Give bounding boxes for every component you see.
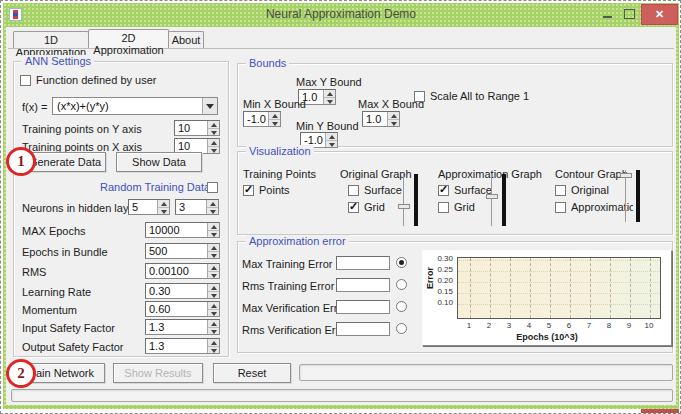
stepper-buttons[interactable] (207, 121, 219, 135)
stepper-buttons[interactable] (325, 133, 337, 147)
max-training-error-field[interactable] (336, 256, 390, 270)
stepper-down-icon[interactable] (158, 207, 169, 214)
stepper-buttons[interactable] (323, 90, 335, 104)
slider-thumb[interactable] (620, 173, 632, 178)
neurons-layer2-stepper[interactable]: 3 (175, 199, 219, 215)
generate-data-button[interactable]: Generate Data (24, 152, 106, 172)
max-x-bound-stepper[interactable]: 1.0 (362, 111, 400, 127)
stepper-down-icon[interactable] (208, 230, 219, 237)
close-button[interactable]: ✕ (641, 4, 678, 25)
slider-thumb[interactable] (398, 204, 410, 209)
rms-training-error-radio[interactable] (396, 279, 407, 290)
stepper-buttons[interactable] (157, 200, 169, 214)
scale-all-checkbox[interactable] (414, 91, 425, 102)
stepper-buttons[interactable] (268, 112, 280, 126)
original-surface-checkbox[interactable] (348, 185, 359, 196)
stepper-down-icon[interactable] (269, 119, 280, 126)
stepper-up-icon[interactable] (207, 200, 218, 207)
stepper-down-icon[interactable] (208, 251, 219, 258)
stepper-buttons[interactable] (207, 139, 219, 153)
minimize-button[interactable] (597, 3, 617, 25)
min-x-bound-stepper[interactable]: -1.0 (243, 111, 281, 127)
title-bar[interactable]: Neural Approximation Demo ✕ (3, 3, 679, 26)
stepper-up-icon[interactable] (208, 264, 219, 271)
stepper-buttons[interactable] (207, 223, 219, 237)
stepper-up-icon[interactable] (208, 139, 219, 146)
stepper-down-icon[interactable] (207, 207, 218, 214)
random-training-data-checkbox[interactable] (207, 182, 218, 193)
approximation-graph-slider[interactable] (486, 174, 508, 226)
tab-1d-approximation[interactable]: 1D Approximation (13, 31, 89, 48)
stepper-down-icon[interactable] (324, 97, 335, 104)
stepper-buttons[interactable] (207, 302, 219, 316)
approx-grid-checkbox[interactable] (438, 202, 449, 213)
contour-graph-slider[interactable] (620, 170, 642, 222)
stepper-down-icon[interactable] (208, 346, 219, 353)
rms-training-error-field[interactable] (336, 278, 390, 292)
x-tick-label: 10 (643, 321, 655, 330)
stepper-up-icon[interactable] (269, 112, 280, 119)
function-defined-checkbox[interactable] (20, 75, 31, 86)
stepper-down-icon[interactable] (388, 119, 399, 126)
stepper-up-icon[interactable] (208, 302, 219, 309)
stepper-up-icon[interactable] (158, 200, 169, 207)
learning-rate-stepper[interactable]: 0.30 (145, 283, 220, 299)
stepper-up-icon[interactable] (208, 244, 219, 251)
tab-about[interactable]: About (168, 31, 204, 48)
momentum-stepper[interactable]: 0.60 (145, 301, 220, 317)
function-combobox[interactable]: (x*x)+(y*y) (52, 97, 218, 115)
max-y-bound-label: Max Y Bound (296, 76, 362, 88)
slider-thumb[interactable] (486, 194, 498, 199)
tab-2d-approximation[interactable]: 2D Approximation (88, 29, 169, 48)
stepper-down-icon[interactable] (326, 140, 337, 147)
stepper-up-icon[interactable] (208, 320, 219, 327)
input-safety-stepper[interactable]: 1.3 (145, 319, 220, 335)
stepper-down-icon[interactable] (208, 309, 219, 316)
stepper-up-icon[interactable] (208, 284, 219, 291)
rms-verification-error-field[interactable] (336, 322, 390, 336)
stepper-down-icon[interactable] (208, 128, 219, 135)
stepper-up-icon[interactable] (208, 223, 219, 230)
rms-stepper[interactable]: 0.00100 (145, 263, 220, 279)
max-verification-error-field[interactable] (336, 300, 390, 314)
stepper-up-icon[interactable] (208, 339, 219, 346)
original-graph-slider[interactable] (398, 174, 420, 226)
vertical-gridline (470, 258, 471, 318)
stepper-buttons[interactable] (206, 200, 218, 214)
epochs-bundle-value: 500 (149, 245, 206, 257)
stepper-up-icon[interactable] (324, 90, 335, 97)
contour-approximation-checkbox[interactable] (555, 202, 566, 213)
stepper-up-icon[interactable] (326, 133, 337, 140)
stepper-down-icon[interactable] (208, 271, 219, 278)
max-verification-error-radio[interactable] (396, 301, 407, 312)
maximize-button[interactable] (619, 3, 639, 25)
points-checkbox[interactable] (243, 185, 254, 196)
stepper-up-icon[interactable] (388, 112, 399, 119)
training-points-y-stepper[interactable]: 10 (174, 120, 220, 136)
training-points-x-value: 10 (178, 140, 206, 152)
contour-original-checkbox[interactable] (555, 185, 566, 196)
original-grid-checkbox[interactable] (348, 202, 359, 213)
stepper-buttons[interactable] (207, 244, 219, 258)
stepper-down-icon[interactable] (208, 327, 219, 334)
stepper-up-icon[interactable] (208, 121, 219, 128)
stepper-buttons[interactable] (387, 112, 399, 126)
stepper-buttons[interactable] (207, 284, 219, 298)
show-data-button[interactable]: Show Data (116, 152, 202, 172)
rms-verification-error-radio[interactable] (396, 323, 407, 334)
combobox-dropdown-icon[interactable] (202, 98, 217, 114)
stepper-buttons[interactable] (207, 264, 219, 278)
show-results-button[interactable]: Show Results (113, 363, 203, 383)
output-safety-stepper[interactable]: 1.3 (145, 338, 220, 354)
max-epochs-stepper[interactable]: 10000 (145, 222, 220, 238)
reset-button[interactable]: Reset (213, 363, 291, 383)
stepper-down-icon[interactable] (208, 146, 219, 153)
epochs-bundle-stepper[interactable]: 500 (145, 243, 220, 259)
stepper-buttons[interactable] (207, 339, 219, 353)
approx-surface-checkbox[interactable] (438, 185, 449, 196)
stepper-down-icon[interactable] (208, 291, 219, 298)
stepper-buttons[interactable] (207, 320, 219, 334)
max-training-error-radio[interactable] (396, 257, 407, 268)
x-tick-label: 2 (483, 321, 495, 330)
neurons-layer1-stepper[interactable]: 5 (128, 199, 170, 215)
